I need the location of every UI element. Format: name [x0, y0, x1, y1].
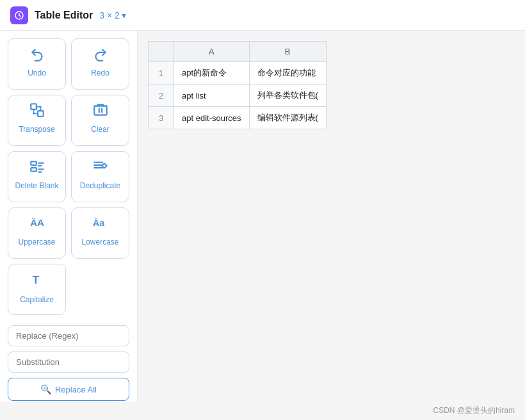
- row-num-2: 2: [149, 85, 174, 107]
- cell-1a[interactable]: apt的新命令: [174, 62, 250, 85]
- svg-rect-2: [38, 111, 44, 117]
- delete-blank-button[interactable]: Delete Blank: [8, 151, 66, 202]
- deduplicate-label: Deduplicate: [80, 181, 120, 190]
- table-dims-button[interactable]: 3 × 2 ▾: [99, 10, 126, 20]
- transpose-icon: [29, 102, 45, 121]
- cell-2b[interactable]: 列举各类软件包(: [249, 85, 326, 107]
- uppercase-label: Uppercase: [18, 238, 55, 246]
- table-header-row: A B: [149, 42, 327, 62]
- app-logo: [10, 6, 28, 24]
- regex-input[interactable]: [8, 325, 129, 346]
- svg-text:Äa: Äa: [93, 218, 104, 228]
- regex-section: 🔍 Replace All: [8, 325, 129, 401]
- svg-text:T: T: [32, 273, 39, 286]
- row-num-3: 3: [149, 107, 174, 129]
- capitalize-label: Capitalize: [20, 295, 54, 304]
- table-row: 1 apt的新命令 命令对应的功能: [149, 62, 327, 85]
- col-header-a: A: [174, 42, 250, 62]
- btn-row-4: ÄA Uppercase Äa Lowercase: [8, 207, 129, 259]
- cell-3a[interactable]: apt edit-sources: [174, 107, 250, 129]
- uppercase-icon: ÄA: [29, 214, 45, 234]
- chevron-down-icon: ▾: [122, 10, 126, 20]
- delete-blank-icon: [29, 158, 45, 177]
- undo-button[interactable]: Undo: [8, 38, 66, 90]
- table-area: A B 1 apt的新命令 命令对应的功能 2 apt list 列举各类软件包…: [138, 31, 525, 401]
- deduplicate-icon: [92, 158, 109, 177]
- btn-row-3: Delete Blank Deduplicate: [8, 151, 129, 202]
- app-title: Table Editor: [35, 10, 93, 21]
- svg-rect-3: [94, 106, 107, 115]
- main-layout: Undo Redo: [0, 31, 525, 401]
- redo-label: Redo: [91, 69, 109, 77]
- table-wrapper: A B 1 apt的新命令 命令对应的功能 2 apt list 列举各类软件包…: [148, 41, 327, 129]
- clear-icon: [92, 102, 109, 121]
- data-table: A B 1 apt的新命令 命令对应的功能 2 apt list 列举各类软件包…: [148, 41, 327, 129]
- btn-row-1: Undo Redo: [8, 38, 129, 90]
- cell-2a[interactable]: apt list: [174, 85, 250, 107]
- clear-label: Clear: [91, 125, 109, 134]
- svg-rect-1: [31, 104, 36, 109]
- table-row: 2 apt list 列举各类软件包(: [149, 85, 327, 107]
- sidebar: Undo Redo: [0, 31, 138, 401]
- transpose-button[interactable]: Transpose: [8, 95, 66, 146]
- cell-1b[interactable]: 命令对应的功能: [249, 62, 326, 85]
- substitution-input[interactable]: [8, 351, 129, 373]
- search-icon: 🔍: [40, 384, 51, 394]
- footer-text: CSDN @爱烫头的hiram: [433, 406, 515, 415]
- app-header: Table Editor 3 × 2 ▾: [0, 0, 525, 31]
- lowercase-button[interactable]: Äa Lowercase: [71, 207, 129, 259]
- undo-icon: [29, 45, 45, 65]
- undo-label: Undo: [28, 69, 46, 77]
- footer: CSDN @爱烫头的hiram: [0, 401, 525, 420]
- lowercase-label: Lowercase: [81, 238, 118, 246]
- row-num-1: 1: [149, 62, 174, 85]
- corner-cell: [149, 42, 174, 62]
- svg-text:ÄA: ÄA: [30, 217, 44, 228]
- delete-blank-label: Delete Blank: [15, 181, 58, 190]
- capitalize-icon: T: [29, 271, 45, 291]
- lowercase-icon: Äa: [92, 214, 109, 234]
- cell-3b[interactable]: 编辑软件源列表(: [249, 107, 326, 129]
- svg-rect-8: [31, 168, 36, 171]
- deduplicate-button[interactable]: Deduplicate: [71, 151, 129, 202]
- redo-icon: [92, 45, 109, 65]
- capitalize-button[interactable]: T Capitalize: [8, 264, 66, 315]
- table-dims-label: 3 × 2: [99, 10, 120, 20]
- btn-row-5: T Capitalize: [8, 264, 129, 315]
- svg-rect-7: [31, 161, 36, 165]
- table-row: 3 apt edit-sources 编辑软件源列表(: [149, 107, 327, 129]
- btn-row-2: Transpose Clear: [8, 95, 129, 146]
- transpose-label: Transpose: [19, 125, 54, 134]
- replace-all-label: Replace All: [55, 385, 97, 394]
- uppercase-button[interactable]: ÄA Uppercase: [8, 207, 66, 259]
- col-header-b: B: [249, 42, 326, 62]
- replace-all-button[interactable]: 🔍 Replace All: [8, 378, 129, 401]
- redo-button[interactable]: Redo: [71, 38, 129, 90]
- clear-button[interactable]: Clear: [71, 95, 129, 146]
